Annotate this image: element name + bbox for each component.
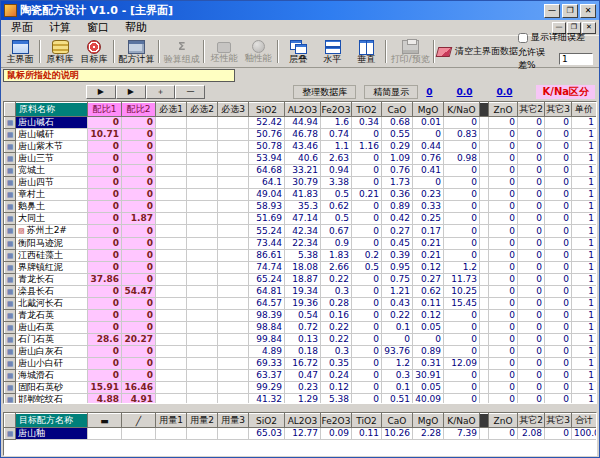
row-marker-icon[interactable]: ▦ [5,165,16,177]
grid-cell[interactable] [187,225,218,238]
grid-cell[interactable]: 0 [518,274,545,286]
grid-cell[interactable]: 64.57 [249,298,285,310]
grid-cell[interactable]: 0 [518,189,545,201]
grid-cell[interactable]: 0.62 [413,286,444,298]
grid-cell[interactable]: 0 [352,382,382,394]
grid-cell[interactable]: 0 [518,358,545,370]
grid-cell[interactable]: 0 [489,153,518,165]
grid-cell[interactable]: 0 [518,213,545,225]
grid-cell[interactable] [218,298,249,310]
grid-cell[interactable] [218,310,249,322]
grid-cell[interactable] [218,382,249,394]
grid-cell[interactable]: 0.2 [352,250,382,262]
grid-cell[interactable]: 28.6 [88,334,122,346]
grid-cell[interactable]: 54.47 [122,286,156,298]
grid-cell[interactable]: 0 [545,322,572,334]
grid-cell[interactable] [480,358,489,370]
grid-cell[interactable]: 0 [122,165,156,177]
grid-cell[interactable]: 0 [518,238,545,250]
grid-cell[interactable]: 64.68 [249,165,285,177]
grid-cell[interactable]: 0.5 [321,189,352,201]
nav-next-button[interactable]: ▶ [116,85,146,99]
grid-cell[interactable]: 1 [572,274,597,286]
grid-cell[interactable] [187,334,218,346]
material-name-cell[interactable]: 唐山石英 [16,322,88,334]
grid-cell[interactable]: 1 [572,334,597,346]
grid-cell[interactable]: 98.39 [249,310,285,322]
grid-cell[interactable] [218,129,249,141]
grid-cell[interactable] [218,334,249,346]
grid-cell[interactable]: 0.89 [382,201,413,213]
grid-cell[interactable]: 0 [122,346,156,358]
tile-horizontal-button[interactable]: 水平 [315,37,349,66]
grid-cell[interactable]: 2.66 [321,262,352,274]
grid-cell[interactable]: 0 [88,153,122,165]
grid-cell[interactable]: 0 [545,262,572,274]
kna-split-label[interactable]: K/Na区分 [536,85,595,99]
material-name-cell[interactable]: 海城滑石 [16,370,88,382]
row-marker-icon[interactable]: ▦ [5,201,16,213]
grid-cell[interactable]: 0 [518,129,545,141]
grid-cell[interactable]: 0.55 [382,129,413,141]
grid-cell[interactable] [156,274,187,286]
row-marker-icon[interactable]: ▦ [5,177,16,189]
grid-cell[interactable] [480,310,489,322]
grid-cell[interactable] [480,262,489,274]
grid-cell[interactable]: 1 [572,238,597,250]
grid-cell[interactable]: 1 [572,358,597,370]
grid-cell[interactable]: 0.5 [321,213,352,225]
grid-cell[interactable]: 0 [489,225,518,238]
grid-cell[interactable]: 0 [88,225,122,238]
grid-cell[interactable]: 15.45 [444,298,480,310]
grid-cell[interactable]: 0 [545,201,572,213]
grid-cell[interactable]: 0 [545,358,572,370]
grid-cell[interactable]: 4.89 [249,346,285,358]
grid-cell[interactable]: 0 [352,274,382,286]
grid-cell[interactable]: 0 [413,129,444,141]
grid-cell[interactable]: 1.87 [122,213,156,225]
grid-cell[interactable]: 0.1 [382,382,413,394]
grid-cell[interactable]: 0 [88,298,122,310]
material-name-cell[interactable]: 衡阳马迹泥 [16,238,88,250]
grid-cell[interactable]: 0.22 [321,322,352,334]
grid-cell[interactable]: 1 [572,189,597,201]
grid-cell[interactable]: 0.16 [321,310,352,322]
grid-cell[interactable] [187,165,218,177]
grid-cell[interactable]: 0 [489,177,518,189]
grid-cell[interactable]: 0 [88,346,122,358]
grid-cell[interactable]: 0.27 [413,274,444,286]
material-name-cell[interactable]: 唐山碱石 [16,117,88,129]
grid-cell[interactable]: 35.3 [285,201,321,213]
grid-cell[interactable]: 0 [489,394,518,405]
stat-count[interactable]: 0 [426,87,432,97]
grid-cell[interactable]: 30.91 [413,370,444,382]
grid-cell[interactable] [480,250,489,262]
grid-cell[interactable]: 1.2 [444,262,480,274]
grid-cell[interactable]: 0 [122,322,156,334]
grid-cell[interactable] [480,346,489,358]
grid-cell[interactable]: 0 [489,213,518,225]
grid-cell[interactable]: 0 [88,141,122,153]
grid-cell[interactable]: 0 [122,177,156,189]
row-marker-icon[interactable]: ▦ [5,250,16,262]
grid-cell[interactable]: 93.76 [382,346,413,358]
grid-cell[interactable]: 0.13 [285,334,321,346]
grid-cell[interactable]: 0 [545,250,572,262]
grid-cell[interactable]: 1.83 [321,250,352,262]
grid-cell[interactable] [480,298,489,310]
grid-cell[interactable]: 0 [122,129,156,141]
grid-cell[interactable]: 0.11 [352,428,382,440]
grid-cell[interactable]: 0 [88,213,122,225]
grid-cell[interactable] [156,382,187,394]
grid-cell[interactable]: 0 [444,310,480,322]
grid-cell[interactable]: 0 [88,370,122,382]
grid-cell[interactable]: 1 [572,286,597,298]
add-row-button[interactable]: ＋ [146,85,176,99]
material-name-cell[interactable]: 邯郸蛇纹石 [16,394,88,405]
grid-cell[interactable]: 0 [545,225,572,238]
grid-cell[interactable]: 20.27 [122,334,156,346]
material-name-cell[interactable]: 章村土 [16,189,88,201]
grid-cell[interactable]: 1 [572,298,597,310]
row-marker-icon[interactable]: ▦ [5,428,16,440]
row-marker-icon[interactable]: ▦ [5,322,16,334]
